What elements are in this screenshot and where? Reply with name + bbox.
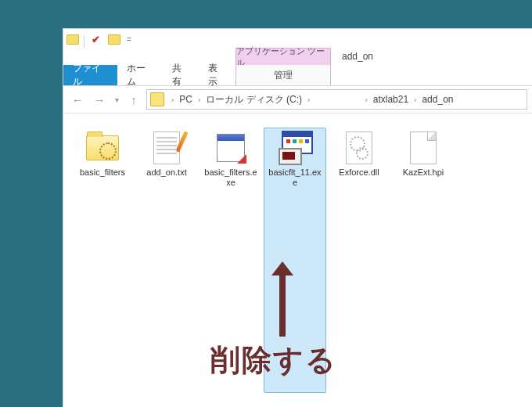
breadcrumb-atxlab[interactable]: atxlab21 [372,94,410,105]
annotation-arrow [279,274,286,337]
address-bar-row: ← → ▾ ↑ › PC › ローカル ディスク (C:) › › atxlab… [63,86,532,113]
breadcrumb-drive[interactable]: ローカル ディスク (C:) [204,93,304,106]
breadcrumb-sep: › [412,95,419,104]
nav-forward-button[interactable]: → [90,90,109,109]
qa-folder-button[interactable] [63,31,82,48]
file-name: add_on.txt [146,167,186,178]
arrow-up-icon: ↑ [131,93,137,106]
nav-back-button[interactable]: ← [68,90,87,109]
window-title: add_on [331,48,373,65]
file-name: KazExt.hpi [403,167,444,178]
explorer-window: ✔ = アプリケーション ツール add_on ファイル ホーム 共有 表示 管… [63,28,532,407]
tab-file[interactable]: ファイル [63,65,117,85]
breadcrumb-sep: › [305,95,312,104]
file-item-exforce-dll[interactable]: Exforce.dll [328,128,390,393]
qa-properties-button[interactable]: ✔ [86,31,105,48]
nav-up-button[interactable]: ↑ [124,90,143,109]
arrow-left-icon: ← [72,93,84,106]
folder-icon [108,34,120,45]
context-tab-header: アプリケーション ツール [235,48,331,65]
file-name: basic_filters.exe [203,167,259,188]
file-name: Exforce.dll [339,167,379,178]
file-name: basic_filters [80,167,125,178]
file-name: basicflt_11.exe [267,167,323,188]
folder-icon [86,131,119,164]
breadcrumb-pc[interactable]: PC [178,94,194,105]
annotation-text: 削除する [210,340,337,380]
folder-icon [150,92,164,106]
chevron-down-icon: = [127,35,131,44]
generic-file-icon [407,131,440,164]
application-icon [214,131,247,164]
file-item-kazext-hpi[interactable]: KazExt.hpi [392,128,455,393]
nav-recent-dropdown[interactable]: ▾ [112,90,121,109]
chevron-down-icon: ▾ [115,95,119,104]
breadcrumb-sep: › [196,95,203,104]
breadcrumb-sep: › [169,95,176,104]
checkmark-icon: ✔ [92,34,100,45]
breadcrumb-addon[interactable]: add_on [420,94,455,105]
tab-manage[interactable]: 管理 [235,65,331,85]
dll-file-icon [343,131,376,164]
file-item-addon-txt[interactable]: add_on.txt [135,128,198,393]
breadcrumb-sep: › [362,95,369,104]
ribbon-tabs: ファイル ホーム 共有 表示 管理 [63,65,532,86]
address-bar[interactable]: › PC › ローカル ディスク (C:) › › atxlab21 › add… [146,89,527,110]
tab-view[interactable]: 表示 [199,65,235,85]
file-item-basic-filters-folder[interactable]: basic_filters [71,128,134,393]
file-pane[interactable]: basic_filters add_on.txt basic_filters.e… [63,113,532,407]
text-file-icon [150,131,183,164]
qa-customize-dropdown[interactable]: = [124,31,135,48]
tab-home[interactable]: ホーム [117,65,163,85]
qa-new-folder-button[interactable] [105,31,124,48]
tab-share[interactable]: 共有 [163,65,200,85]
arrow-right-icon: → [94,93,106,106]
qa-separator [84,35,84,48]
folder-icon [66,34,79,45]
application-icon [279,131,311,164]
